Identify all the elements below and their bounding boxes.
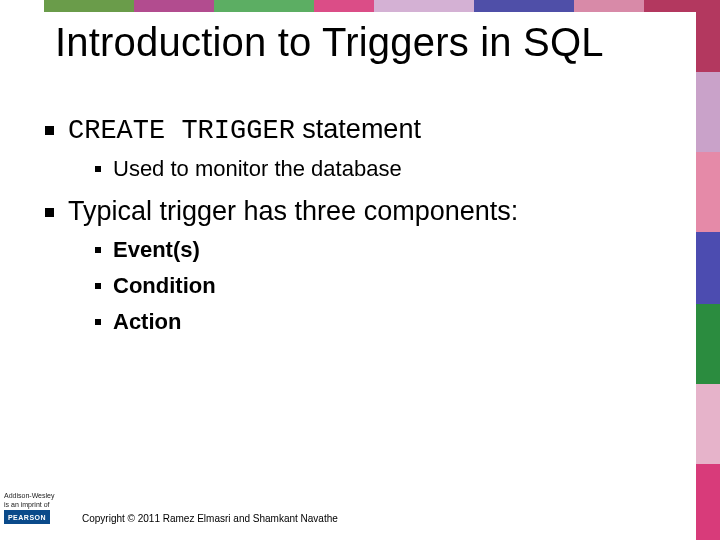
top-stripe [314, 0, 374, 12]
slide: Introduction to Triggers in SQL CREATE T… [0, 0, 720, 540]
side-stripe [696, 72, 720, 152]
bullet-marker [45, 126, 54, 135]
bullet-level2: Used to monitor the database [95, 156, 670, 182]
top-stripe [44, 0, 134, 12]
top-stripe [474, 0, 574, 12]
bullet-level1: CREATE TRIGGER statement [45, 114, 670, 146]
text-run: Used to monitor the database [113, 156, 402, 181]
bullet-marker [95, 166, 101, 172]
side-stripe [696, 304, 720, 384]
slide-title: Introduction to Triggers in SQL [55, 20, 680, 65]
publisher-line1: Addison-Wesley [4, 492, 74, 499]
publisher-logo: Addison-Wesley is an imprint of PEARSON [4, 492, 74, 524]
text-run: Condition [113, 273, 216, 298]
top-stripe [644, 0, 696, 12]
bullet-marker [45, 208, 54, 217]
bullet-text: Action [113, 309, 181, 335]
publisher-line2: is an imprint of [4, 501, 74, 508]
bullet-text: Typical trigger has three components: [68, 196, 518, 227]
top-stripe [574, 0, 644, 12]
text-run: CREATE TRIGGER [68, 116, 295, 146]
side-stripe [696, 464, 720, 540]
copyright-text: Copyright © 2011 Ramez Elmasri and Shamk… [82, 513, 338, 524]
bullet-marker [95, 247, 101, 253]
side-stripe [696, 152, 720, 232]
side-stripe [696, 0, 720, 72]
slide-body: CREATE TRIGGER statementUsed to monitor … [45, 100, 670, 345]
top-stripe [374, 0, 474, 12]
bullet-marker [95, 283, 101, 289]
bullet-level1: Typical trigger has three components: [45, 196, 670, 227]
text-run: statement [295, 114, 421, 144]
bullet-level2: Action [95, 309, 670, 335]
top-stripe [214, 0, 314, 12]
bullet-marker [95, 319, 101, 325]
bullet-level2: Event(s) [95, 237, 670, 263]
text-run: Action [113, 309, 181, 334]
bullet-text: CREATE TRIGGER statement [68, 114, 421, 146]
side-stripe-group [696, 0, 720, 540]
bullet-text: Used to monitor the database [113, 156, 402, 182]
text-run: Event(s) [113, 237, 200, 262]
bullet-text: Condition [113, 273, 216, 299]
bullet-level2: Condition [95, 273, 670, 299]
bullet-text: Event(s) [113, 237, 200, 263]
text-run: Typical trigger has three components: [68, 196, 518, 226]
pearson-badge: PEARSON [4, 510, 50, 524]
side-stripe [696, 232, 720, 304]
side-stripe [696, 384, 720, 464]
top-stripe [134, 0, 214, 12]
